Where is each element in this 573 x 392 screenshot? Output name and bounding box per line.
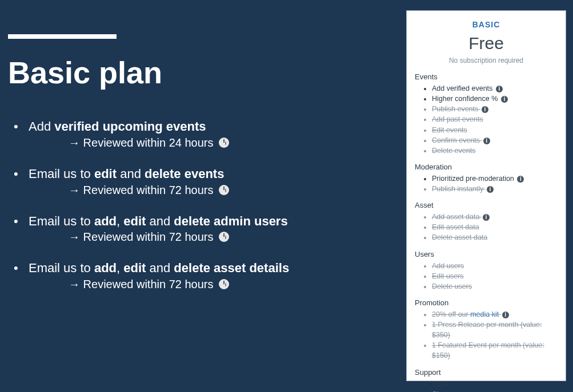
feature-item: Add asset data bbox=[432, 212, 558, 222]
section-title: Users bbox=[415, 250, 558, 258]
feature-item: 1 Featured Event per month (value: $150) bbox=[432, 340, 558, 361]
feature-list: Add asset data Edit asset dataDelete ass… bbox=[415, 212, 558, 243]
info-icon[interactable] bbox=[482, 106, 488, 113]
feature-item: 1 Press Release per month (value: $350) bbox=[432, 320, 558, 340]
slide-content-left: Basic plan Add verified upcoming eventsR… bbox=[8, 34, 379, 307]
info-icon[interactable] bbox=[496, 86, 503, 92]
feature-list: Add verified events Higher confidence % … bbox=[415, 83, 558, 156]
clock-icon bbox=[219, 279, 229, 289]
feature-item: Publish events bbox=[432, 104, 558, 114]
feature-item: Add past events bbox=[432, 114, 558, 124]
plan-sections: EventsAdd verified events Higher confide… bbox=[415, 72, 558, 392]
plan-card: BASIC Free No subscription required Even… bbox=[406, 10, 566, 381]
feature-bullets: Add verified upcoming eventsReviewed wit… bbox=[8, 118, 379, 292]
feature-item: Delete events bbox=[432, 146, 558, 156]
feature-item: 20% off our media kit bbox=[432, 309, 558, 320]
bullet-item: Email us to add, edit and delete admin u… bbox=[14, 213, 379, 245]
section-title: Support bbox=[415, 368, 558, 377]
feature-item: Higher confidence % bbox=[432, 94, 558, 104]
section-title: Moderation bbox=[415, 163, 558, 171]
feature-list: 20% off our media kit 1 Press Release pe… bbox=[415, 309, 558, 361]
feature-item: Edit users bbox=[432, 271, 558, 281]
feature-list: Prioritized pre-moderation Publish insta… bbox=[415, 173, 558, 194]
plan-note: No subscription required bbox=[415, 56, 558, 64]
feature-item: Email bbox=[432, 379, 558, 389]
bullet-subtext: Reviewed within 72 hours bbox=[29, 277, 379, 292]
accent-bar bbox=[8, 34, 117, 39]
feature-item: Delete asset data bbox=[432, 232, 558, 243]
feature-item: Edit events bbox=[432, 125, 558, 135]
feature-item: Add users bbox=[432, 261, 558, 271]
feature-item: Prioritized pre-moderation bbox=[432, 173, 558, 184]
plan-label: BASIC bbox=[415, 20, 558, 29]
bullet-text: Email us to add, edit and delete asset d… bbox=[29, 261, 289, 275]
bullet-text: Email us to edit and delete events bbox=[29, 167, 224, 181]
feature-item: Confirm events bbox=[432, 135, 558, 146]
clock-icon bbox=[219, 138, 229, 148]
bullet-subtext: Reviewed within 72 hours bbox=[29, 183, 379, 198]
feature-item: Chat bbox=[432, 389, 558, 392]
info-icon[interactable] bbox=[483, 214, 490, 221]
section-title: Events bbox=[415, 72, 558, 81]
feature-list: Add usersEdit usersDelete users bbox=[415, 261, 558, 292]
info-icon[interactable] bbox=[501, 96, 508, 103]
clock-icon bbox=[219, 232, 229, 242]
info-icon[interactable] bbox=[483, 138, 490, 144]
bullet-item: Email us to add, edit and delete asset d… bbox=[14, 260, 379, 292]
feature-list: EmailChat bbox=[415, 379, 558, 393]
feature-item: Publish instantly bbox=[432, 184, 558, 194]
bullet-subtext: Reviewed within 72 hours bbox=[29, 229, 379, 245]
section-title: Asset bbox=[415, 201, 558, 209]
clock-icon bbox=[219, 185, 229, 195]
bullet-item: Email us to edit and delete eventsReview… bbox=[14, 165, 379, 198]
info-icon[interactable] bbox=[517, 176, 524, 183]
bullet-text: Add verified upcoming events bbox=[29, 119, 206, 134]
feature-item: Delete users bbox=[432, 281, 558, 292]
feature-item: Add verified events bbox=[432, 83, 558, 94]
plan-card-header: BASIC Free No subscription required bbox=[415, 20, 558, 64]
plan-price: Free bbox=[415, 34, 558, 53]
bullet-text: Email us to add, edit and delete admin u… bbox=[29, 214, 288, 228]
info-icon[interactable] bbox=[502, 312, 509, 318]
media-kit-link[interactable]: media kit bbox=[470, 310, 499, 318]
bullet-item: Add verified upcoming eventsReviewed wit… bbox=[14, 118, 379, 151]
page-title: Basic plan bbox=[8, 56, 379, 90]
section-title: Promotion bbox=[415, 298, 558, 307]
feature-item: Edit asset data bbox=[432, 222, 558, 232]
info-icon[interactable] bbox=[487, 186, 494, 193]
bullet-subtext: Reviewed within 24 hours bbox=[29, 135, 379, 151]
